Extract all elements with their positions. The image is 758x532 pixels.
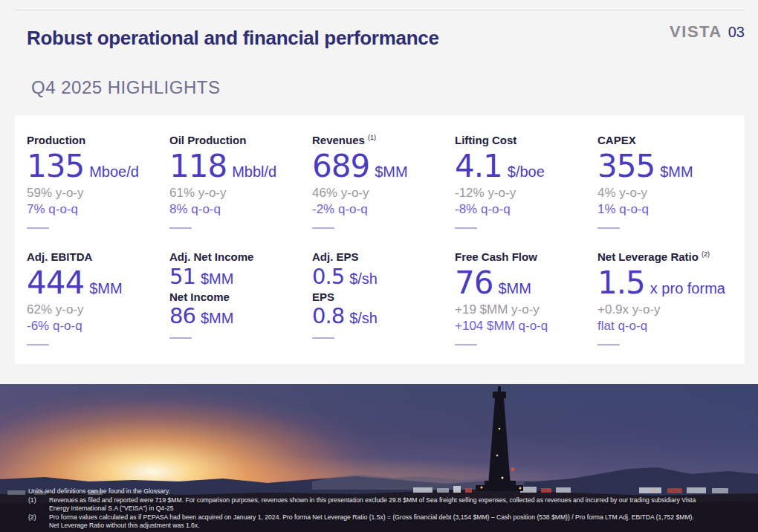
metric-label: Free Cash Flow [455,250,592,265]
metric-label: Adj. EPS [312,250,449,265]
metric-label: Oil Production [169,134,306,148]
metric-unit: $MM [89,280,122,297]
footnote-2: (2) Pro forma values calculated as if PE… [28,513,701,531]
footnote-intro: Units and definitions can be found in th… [28,487,701,496]
metric-label: Adj. EBITDA [27,250,163,265]
metric-unit: $MM [201,310,233,327]
footnote-ref-2: (2) [702,250,710,258]
metric-underline [312,227,334,229]
footnote-text: Pro forma values calculated as if PEPASA… [49,513,701,531]
metric-value: 1.5 [597,267,645,299]
metric-capex: CAPEX 355 $MM 4% y-o-y 1% q-o-q [597,134,740,250]
metric-yoy: 4% y-o-y [597,185,734,201]
footnote-ref-1: (1) [368,134,376,141]
metric-underline [169,337,192,339]
metric-unit: $MM [660,163,693,181]
metric-production: Production 135 Mboe/d 59% y-o-y 7% q-o-q [27,134,169,250]
metric-yoy: +19 $MM y-o-y [455,302,592,318]
metric-unit: $/boe [508,163,545,181]
oilfield-sunset-photo: Units and definitions can be found in th… [0,384,758,532]
metric-lifting-cost: Lifting Cost 4.1 $/boe -12% y-o-y -8% q-… [455,134,597,250]
metric-underline [312,337,334,339]
metric-label: CAPEX [597,134,734,148]
metric-yoy: 59% y-o-y [27,185,163,201]
metric-unit: $/sh [349,310,378,327]
brand: VISTA 03 [670,22,745,42]
metric-unit: $MM [201,270,233,288]
footnote-number: (2) [28,513,49,531]
footnotes: Units and definitions can be found in th… [28,487,701,531]
metric-yoy: 62% y-o-y [27,302,163,318]
footnote-1: (1) Revenues as filed and reported were … [28,496,701,513]
metric-label: Lifting Cost [455,134,592,148]
metric-free-cash-flow: Free Cash Flow 76 $MM +19 $MM y-o-y +104… [455,250,597,346]
metric-unit: Mboe/d [89,163,139,181]
metric-underline [27,227,49,229]
metric-unit: x pro forma [650,280,725,297]
metric-value: 444 [27,267,84,299]
metric-qoq: 1% q-o-q [597,201,734,218]
metric-label: Net Income [169,291,306,305]
metric-unit: $MM [375,163,407,181]
metric-adj-ebitda: Adj. EBITDA 444 $MM 62% y-o-y -6% q-o-q [27,250,169,346]
highlights-card: Production 135 Mboe/d 59% y-o-y 7% q-o-q… [15,115,745,364]
metric-unit: Mbbl/d [232,163,276,181]
metric-unit: $/sh [349,270,378,288]
page-number: 03 [728,24,745,41]
metric-value: 689 [312,150,369,183]
metric-value: 86 [169,305,195,328]
footnote-text: Revenues as filed and reported were 719 … [49,496,701,513]
metric-underline [597,227,620,229]
top-divider [15,10,745,10]
section-title: Q4 2025 HIGHLIGHTS [31,77,220,98]
page-title: Robust operational and financial perform… [27,27,439,50]
metric-label: Adj. Net Income [169,250,306,265]
metric-qoq: 8% q-o-q [169,201,306,218]
metric-value: 4.1 [455,150,502,183]
metric-adj-net-income: Adj. Net Income 51 $MM Net Income 86 $MM [169,250,312,346]
metric-qoq: -2% q-o-q [312,201,449,218]
metric-revenues: Revenues (1) 689 $MM 46% y-o-y -2% q-o-q [312,134,455,250]
vista-logo: VISTA [670,22,722,42]
metric-value: 0.5 [312,265,344,289]
metric-yoy: 46% y-o-y [312,185,449,201]
metric-qoq: flat q-o-q [597,318,734,334]
metrics-grid: Production 135 Mboe/d 59% y-o-y 7% q-o-q… [27,134,740,346]
metric-value: 76 [455,267,493,299]
metric-net-leverage-ratio: Net Leverage Ratio (2) 1.5 x pro forma +… [597,250,740,346]
metric-underline [455,227,477,229]
metric-label: Production [27,134,163,148]
metric-label: Revenues [312,134,365,146]
metric-value: 51 [169,265,195,289]
metric-value: 0.8 [312,305,344,328]
metric-qoq: -8% q-o-q [455,201,592,218]
footnote-number: (1) [28,496,49,513]
metric-value: 355 [597,150,655,183]
metric-unit: $MM [498,280,531,297]
metric-label: EPS [312,291,449,305]
metric-label: Net Leverage Ratio [597,250,699,263]
metric-yoy: 61% y-o-y [169,185,306,201]
metric-underline [597,344,620,346]
metric-yoy: -12% y-o-y [455,185,592,201]
metric-oil-production: Oil Production 118 Mbbl/d 61% y-o-y 8% q… [169,134,312,250]
metric-underline [169,227,192,229]
slide: Robust operational and financial perform… [0,0,758,532]
metric-yoy: +0.9x y-o-y [597,302,734,318]
metric-qoq: 7% q-o-q [27,201,163,218]
metric-qoq: -6% q-o-q [27,318,163,334]
metric-underline [27,344,49,346]
metric-adj-eps: Adj. EPS 0.5 $/sh EPS 0.8 $/sh [312,250,455,346]
metric-value: 118 [169,150,227,183]
metric-value: 135 [27,150,84,183]
metric-qoq: +104 $MM q-o-q [455,318,592,334]
metric-underline [455,344,477,346]
